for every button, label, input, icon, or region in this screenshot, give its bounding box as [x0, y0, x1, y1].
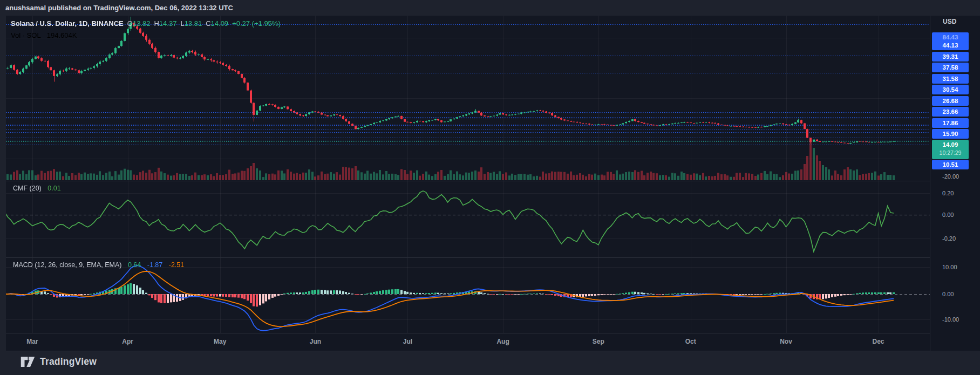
- price-level-badge[interactable]: 26.68: [932, 96, 969, 106]
- time-axis-label: Apr: [122, 338, 133, 345]
- price-level-badge[interactable]: 17.86: [932, 118, 969, 128]
- price-level-badge[interactable]: 39.31: [932, 52, 969, 62]
- macd-hist-value: 0.64: [128, 261, 141, 269]
- price-axis[interactable]: USD 84.4344.1339.3137.5831.5830.5426.682…: [930, 16, 980, 351]
- high-label: H: [154, 19, 159, 28]
- macd-axis-tick: 0.00: [942, 291, 954, 297]
- tradingview-brand-text: TradingView: [40, 356, 97, 367]
- chart-container: Solana / U.S. Dollar, 1D, BINANCEO13.82H…: [6, 16, 980, 351]
- time-axis-label: Sep: [593, 338, 604, 345]
- macd-label: MACD (12, 26, close, 9, EMA, EMA): [13, 261, 121, 269]
- cmf-label: CMF (20): [13, 185, 42, 192]
- price-axis-bottom-label: -20.00: [942, 173, 959, 180]
- current-price-badge[interactable]: 14.0910:27:29: [932, 140, 969, 159]
- macd-line-value: -1.87: [147, 261, 163, 269]
- price-level-badge[interactable]: 37.58: [932, 63, 969, 72]
- publish-text: anushsamal published on TradingView.com,…: [5, 4, 233, 12]
- volume-value: 194.604K: [47, 31, 77, 39]
- low-label: L: [180, 19, 184, 28]
- time-axis-label: Nov: [780, 338, 792, 345]
- close-label: C: [206, 19, 210, 28]
- cmf-axis-tick: 0.20: [942, 190, 954, 196]
- time-axis-label: Mar: [26, 338, 38, 345]
- macd-axis-tick: 10.00: [942, 264, 957, 270]
- time-axis-label: Dec: [872, 338, 884, 345]
- close-value: 14.09: [211, 19, 229, 28]
- symbol-title[interactable]: Solana / U.S. Dollar, 1D, BINANCE: [11, 19, 124, 28]
- price-level-badge[interactable]: 15.90: [932, 129, 969, 139]
- currency-label: USD: [943, 18, 956, 25]
- cmf-axis-tick: -0.20: [942, 235, 956, 242]
- macd-signal-value: -2.51: [169, 261, 185, 269]
- pane-separator[interactable]: [6, 181, 980, 181]
- macd-axis-tick: -10.00: [942, 316, 959, 323]
- price-level-badge[interactable]: 23.66: [932, 107, 969, 117]
- time-axis-label: Jun: [310, 338, 321, 345]
- price-level-badge[interactable]: 44.13: [932, 40, 969, 50]
- cmf-value: 0.01: [47, 185, 60, 192]
- price-level-badge[interactable]: 30.54: [932, 85, 969, 94]
- tradingview-snapshot: anushsamal published on TradingView.com,…: [0, 0, 980, 375]
- chart-canvas[interactable]: [6, 16, 930, 333]
- low-value: 13.81: [185, 19, 202, 28]
- time-axis-label: Jul: [403, 338, 412, 345]
- open-value: 13.82: [133, 19, 151, 28]
- price-level-badge[interactable]: 31.58: [932, 74, 969, 84]
- macd-legend[interactable]: MACD (12, 26, close, 9, EMA, EMA) 0.64 -…: [13, 261, 184, 269]
- time-axis-label: May: [214, 338, 226, 345]
- volume-legend[interactable]: Vol · SOL 194.604K: [11, 31, 77, 39]
- symbol-legend[interactable]: Solana / U.S. Dollar, 1D, BINANCEO13.82H…: [11, 19, 281, 28]
- time-axis-label: Oct: [685, 338, 696, 345]
- cmf-axis-tick: 0.00: [942, 212, 954, 218]
- footer-bar: TradingView: [0, 351, 980, 375]
- price-level-badge[interactable]: 10.51: [932, 160, 969, 169]
- tradingview-logo-icon: [21, 356, 35, 367]
- time-axis-label: Aug: [496, 338, 509, 345]
- pane-separator[interactable]: [6, 257, 980, 258]
- volume-label: Vol · SOL: [11, 31, 40, 39]
- change-value: +0.27 (+1.95%): [232, 19, 281, 28]
- tradingview-logo[interactable]: TradingView: [21, 356, 97, 367]
- open-label: O: [127, 19, 133, 28]
- publish-header: anushsamal published on TradingView.com,…: [0, 0, 980, 16]
- high-value: 14.37: [159, 19, 177, 28]
- cmf-legend[interactable]: CMF (20) 0.01: [13, 185, 61, 192]
- time-axis[interactable]: MarAprMayJunJulAugSepOctNovDec: [6, 333, 930, 351]
